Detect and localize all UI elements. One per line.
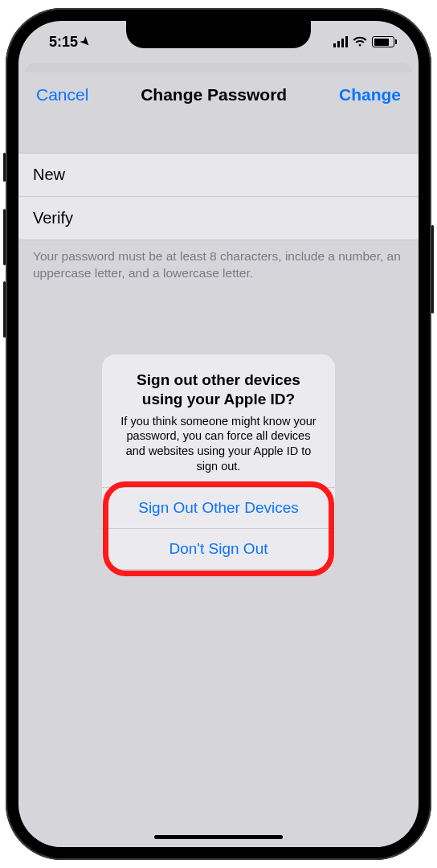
sign-out-alert: Sign out other devices using your Apple … <box>102 354 335 569</box>
screen: 5:15 ➤ Cancel Change Password Change New <box>18 21 419 847</box>
power-button <box>431 225 434 313</box>
home-indicator[interactable] <box>154 835 283 839</box>
alert-title: Sign out other devices using your Apple … <box>116 371 321 409</box>
phone-frame: 5:15 ➤ Cancel Change Password Change New <box>6 8 431 860</box>
volume-down-button <box>3 281 6 338</box>
mute-switch <box>3 153 6 182</box>
notch <box>126 21 311 48</box>
alert-message: If you think someone might know your pas… <box>116 414 321 474</box>
volume-up-button <box>3 209 6 265</box>
sign-out-other-devices-button[interactable]: Sign Out Other Devices <box>102 487 335 528</box>
dont-sign-out-button[interactable]: Don't Sign Out <box>102 528 335 569</box>
